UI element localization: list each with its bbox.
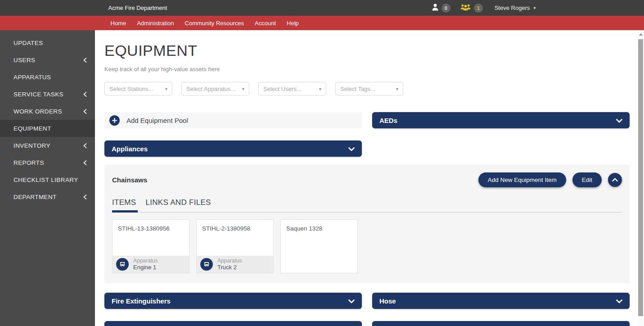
pool-header-fire-extinguishers[interactable]: Fire Extinguishers (104, 293, 362, 309)
chevron-left-icon (83, 160, 87, 165)
sidebar-item-service-tasks[interactable]: SERVICE TASKS (0, 86, 95, 103)
chevron-down-icon (348, 145, 355, 153)
dropdown-arrow-icon: ▾ (319, 86, 321, 91)
nav-administration[interactable]: Administration (137, 20, 174, 27)
chevron-down-icon (348, 297, 355, 305)
user-name: Steve Rogers (495, 5, 530, 11)
sidebar-item-label: CHECKLIST LIBRARY (14, 177, 78, 183)
body-row: UPDATES USERS APPARATUS SERVICE TASKS WO… (0, 30, 644, 326)
pool-header-ladders[interactable]: Ladders (104, 321, 362, 326)
sidebar-item-equipment[interactable]: EQUIPMENT (0, 120, 95, 137)
pool-header-label: Hose (379, 297, 396, 305)
equipment-item-name: STIHL-13-1380956 (113, 220, 189, 256)
sidebar-item-label: DEPARTMENT (14, 194, 57, 200)
user-count-badge: 0 (441, 4, 450, 13)
chevron-down-icon (616, 117, 622, 124)
pool-tabs: ITEMS LINKS AND FILES (112, 198, 622, 213)
nav-community-resources[interactable]: Community Resources (185, 20, 244, 27)
panel-actions: Add New Equipment Item Edit (478, 172, 622, 187)
users-group-icon (460, 4, 471, 13)
pool-title: Chainsaws (112, 176, 147, 184)
edit-button[interactable]: Edit (572, 172, 602, 187)
topbar-inner: Acme Fire Department 0 1 Steve Rogers (108, 0, 536, 16)
collapse-pool-button[interactable] (608, 173, 622, 187)
user-icon (432, 4, 438, 13)
sidebar-item-users[interactable]: USERS (0, 51, 95, 68)
sidebar-item-apparatus[interactable]: APPARATUS (0, 68, 95, 86)
chevron-left-icon (83, 92, 87, 97)
chevron-left-icon (83, 143, 87, 148)
nav-account[interactable]: Account (255, 20, 276, 27)
select-placeholder: Select Apparatus... (186, 86, 235, 92)
page-subtitle: Keep track of all your high-value assets… (104, 66, 630, 72)
select-users[interactable]: Select Users... ▾ (258, 82, 326, 95)
apparatus-truck-icon (200, 258, 213, 271)
assignment-value: Truck 2 (217, 264, 242, 271)
dropdown-arrow-icon: ▾ (242, 86, 244, 91)
sidebar-item-updates[interactable]: UPDATES (0, 34, 95, 51)
panel-header: Chainsaws Add New Equipment Item Edit (112, 172, 622, 187)
equipment-item-name: Saquen 1328 (281, 220, 357, 273)
sidebar-item-label: UPDATES (14, 40, 43, 46)
chevron-left-icon (83, 109, 87, 114)
sidebar-item-reports[interactable]: REPORTS (0, 154, 95, 171)
apparatus-truck-icon (116, 258, 129, 271)
sidebar-item-label: REPORTS (14, 159, 44, 166)
group-counter[interactable]: 1 (460, 4, 483, 13)
equipment-item-card[interactable]: Saquen 1328 (280, 219, 358, 273)
sidebar-item-label: SERVICE TASKS (14, 91, 63, 98)
plus-icon (109, 115, 120, 126)
dropdown-arrow-icon: ▾ (165, 86, 167, 91)
caret-down-icon: ▾ (533, 5, 536, 10)
sidebar-item-inventory[interactable]: INVENTORY (0, 137, 95, 154)
app-root: Acme Fire Department 0 1 Steve Rogers (0, 0, 644, 326)
select-placeholder: Select Stations... (109, 86, 153, 92)
add-equipment-pool-button[interactable]: Add Equipment Pool (104, 112, 362, 128)
scrollbar-up-arrow-icon[interactable] (639, 33, 643, 36)
scrollbar-thumb[interactable] (638, 39, 643, 316)
pool-header-appliances[interactable]: Appliances (104, 140, 362, 157)
add-equipment-pool-label: Add Equipment Pool (126, 117, 188, 124)
add-new-equipment-item-button[interactable]: Add New Equipment Item (478, 172, 566, 187)
assignment-value: Engine 1 (133, 264, 158, 271)
chevron-left-icon (83, 58, 87, 63)
dropdown-arrow-icon: ▾ (396, 86, 398, 91)
topbar-right: 0 1 Steve Rogers ▾ (432, 4, 536, 13)
main-nav: Home Administration Community Resources … (0, 16, 644, 30)
user-menu[interactable]: Steve Rogers ▾ (495, 5, 536, 11)
equipment-item-card[interactable]: STIHL-2-1380958 Apparatus Truck 2 (196, 219, 274, 273)
sidebar-item-work-orders[interactable]: WORK ORDERS (0, 103, 95, 120)
sidebar-item-label: APPARATUS (14, 74, 51, 81)
pool-header-label: Appliances (112, 145, 148, 153)
nav-help[interactable]: Help (287, 20, 299, 27)
select-tags[interactable]: Select Tags... ▾ (335, 82, 403, 95)
pool-header-aeds[interactable]: AEDs (372, 112, 630, 128)
equipment-item-card[interactable]: STIHL-13-1380956 Apparatus Engine 1 (112, 219, 189, 273)
pool-header-label: Fire Extinguishers (112, 297, 171, 305)
assignment-type: Apparatus (217, 258, 242, 264)
tab-links-and-files[interactable]: LINKS AND FILES (145, 198, 211, 212)
group-count-badge: 1 (474, 4, 483, 13)
page-title: EQUIPMENT (104, 42, 630, 59)
sidebar-item-checklist-library[interactable]: CHECKLIST LIBRARY (0, 171, 95, 188)
main-content: EQUIPMENT Keep track of all your high-va… (95, 30, 638, 326)
sidebar-item-department[interactable]: DEPARTMENT (0, 188, 95, 205)
scrollbar[interactable] (638, 30, 644, 326)
nav-home[interactable]: Home (111, 20, 126, 27)
pool-header-nozzles[interactable]: Nozzles (372, 321, 630, 326)
assignment-type: Apparatus (133, 258, 158, 264)
sidebar-item-label: EQUIPMENT (14, 125, 51, 132)
select-apparatus[interactable]: Select Apparatus... ▾ (181, 82, 249, 95)
assignment-text: Apparatus Engine 1 (133, 258, 158, 271)
select-placeholder: Select Users... (263, 86, 302, 92)
select-stations[interactable]: Select Stations... ▾ (104, 82, 172, 95)
tab-items[interactable]: ITEMS (112, 198, 136, 212)
pool-header-hose[interactable]: Hose (372, 293, 630, 309)
topbar: Acme Fire Department 0 1 Steve Rogers (0, 0, 644, 16)
pool-row-4: Ladders Nozzles (104, 321, 630, 326)
pool-row-3: Fire Extinguishers Hose (104, 293, 630, 309)
chevron-down-icon (616, 297, 622, 305)
chevron-up-icon (612, 177, 618, 183)
user-counter[interactable]: 0 (432, 4, 450, 13)
pool-row-1: Add Equipment Pool AEDs (104, 112, 630, 128)
